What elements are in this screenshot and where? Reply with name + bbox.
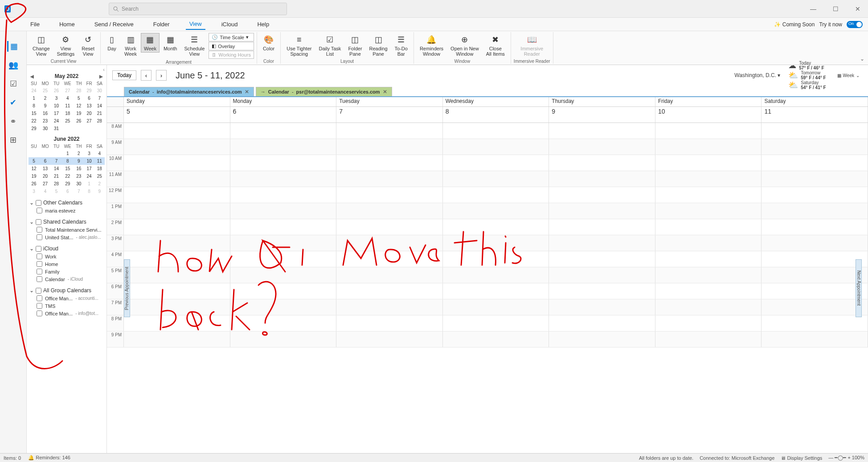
time-slot[interactable] [230, 251, 337, 267]
time-slot[interactable] [762, 267, 868, 283]
calendar-item[interactable]: Calendar - iCloud [29, 275, 105, 283]
display-settings-button[interactable]: 🖥 Display Settings [781, 455, 822, 461]
time-slot[interactable] [443, 267, 549, 283]
time-slot[interactable] [655, 187, 762, 203]
groups-icon[interactable]: ⚭ [8, 116, 19, 127]
calendar-item[interactable]: United Stat... - alec.jaslo... [29, 233, 105, 241]
minical-day[interactable]: 2 [39, 94, 51, 102]
view-settings-button[interactable]: ⚙View Settings [54, 33, 78, 58]
time-slot[interactable] [655, 267, 762, 283]
time-slot[interactable] [124, 283, 230, 299]
minical-day[interactable]: 30 [94, 87, 105, 94]
date-number[interactable]: 8 [443, 107, 549, 123]
prev-appointment-button[interactable]: Previous Appointment [124, 259, 130, 317]
minical-day[interactable]: 5 [51, 188, 61, 195]
day-view-button[interactable]: ▯Day [103, 33, 120, 53]
time-slot[interactable] [124, 219, 230, 235]
time-slot[interactable] [336, 219, 443, 235]
minical-day[interactable]: 12 [29, 165, 39, 172]
minical-day[interactable] [61, 125, 74, 132]
time-slot[interactable] [336, 155, 443, 171]
date-number[interactable]: 10 [655, 107, 762, 123]
minical-day[interactable] [84, 125, 94, 132]
minical-day[interactable]: 29 [84, 87, 94, 94]
time-slot[interactable] [549, 219, 655, 235]
minical-day[interactable]: 8 [84, 188, 94, 195]
minical-day[interactable]: 3 [29, 188, 39, 195]
close-all-button[interactable]: ✖Close All Items [483, 33, 508, 58]
time-slot[interactable] [549, 187, 655, 203]
minical-day[interactable]: 1 [61, 150, 74, 157]
today-button[interactable]: Today [112, 70, 136, 80]
time-slot[interactable] [336, 171, 443, 187]
time-slot[interactable] [336, 235, 443, 251]
minical-day[interactable]: 20 [84, 110, 94, 117]
minical-day[interactable]: 6 [61, 188, 74, 195]
reading-pane-button[interactable]: ◫Reading Pane [366, 33, 391, 58]
time-slot[interactable] [655, 235, 762, 251]
time-slot[interactable] [443, 331, 549, 347]
close-button[interactable]: ✕ [851, 5, 864, 12]
week-view-button[interactable]: ▦Week [141, 33, 160, 53]
immersive-reader-button[interactable]: 📖Immersive Reader [517, 33, 546, 58]
time-slot[interactable] [230, 203, 337, 219]
time-slot[interactable] [762, 331, 868, 347]
time-slot[interactable] [124, 187, 230, 203]
time-slot[interactable] [762, 123, 868, 139]
minical-day[interactable]: 22 [61, 172, 74, 180]
month-view-button[interactable]: ▦Month [160, 33, 180, 53]
time-slot[interactable] [336, 315, 443, 331]
menu-folder[interactable]: Folder [150, 19, 173, 29]
weather-day[interactable]: ☁Today57° F / 46° F [788, 61, 826, 70]
time-slot[interactable] [124, 123, 230, 139]
minical-day[interactable]: 3 [51, 94, 61, 102]
minical-day[interactable]: 18 [61, 110, 74, 117]
date-number[interactable]: 9 [549, 107, 655, 123]
time-slot[interactable] [549, 299, 655, 315]
calendar-tab-2[interactable]: → Calendar - psr@totalmaintenanceservice… [256, 87, 392, 96]
minical-day[interactable]: 27 [84, 117, 94, 125]
minimize-button[interactable]: — [807, 5, 820, 12]
minical-day[interactable] [39, 150, 51, 157]
time-slot[interactable] [762, 171, 868, 187]
minical-day[interactable]: 11 [94, 157, 105, 165]
minical-day[interactable]: 28 [51, 180, 61, 188]
daily-task-list-button[interactable]: ☑Daily Task List [315, 33, 344, 58]
time-slot[interactable] [336, 331, 443, 347]
minical-day[interactable]: 24 [29, 87, 39, 94]
minical-day[interactable]: 26 [29, 180, 39, 188]
minical-day[interactable]: 27 [39, 180, 51, 188]
time-slot[interactable] [124, 299, 230, 315]
try-it-toggle[interactable]: On [847, 21, 863, 28]
time-slot[interactable] [124, 251, 230, 267]
minical-day[interactable]: 28 [94, 117, 105, 125]
reminders-window-button[interactable]: 🔔Reminders Window [417, 33, 446, 58]
minical-day[interactable]: 30 [74, 180, 84, 188]
minical-day[interactable]: 29 [29, 125, 39, 132]
time-slot[interactable] [124, 235, 230, 251]
time-slot[interactable] [336, 123, 443, 139]
time-slot[interactable] [549, 251, 655, 267]
date-number[interactable]: 7 [336, 107, 443, 123]
calendar-item[interactable]: Office Man... - accounti... [29, 294, 105, 302]
time-slot[interactable] [230, 315, 337, 331]
work-week-button[interactable]: ▥Work Week [121, 33, 140, 58]
time-slot[interactable] [336, 251, 443, 267]
time-slot[interactable] [124, 331, 230, 347]
time-slot[interactable] [655, 123, 762, 139]
minical-day[interactable]: 25 [61, 117, 74, 125]
minical-day[interactable]: 15 [29, 110, 39, 117]
minical-day[interactable] [94, 125, 105, 132]
calendar-item[interactable]: Work [29, 253, 105, 260]
status-reminders[interactable]: 🔔 Reminders: 146 [28, 455, 70, 461]
time-slot[interactable] [549, 267, 655, 283]
time-slot[interactable] [549, 331, 655, 347]
calendar-item[interactable]: Home [29, 260, 105, 268]
time-slot[interactable] [762, 139, 868, 155]
time-slot[interactable] [655, 315, 762, 331]
time-slot[interactable] [655, 139, 762, 155]
minical-day[interactable]: 26 [51, 87, 61, 94]
next-week-button[interactable]: › [156, 70, 167, 81]
time-slot[interactable] [443, 155, 549, 171]
people-icon[interactable]: 👥 [8, 60, 19, 70]
